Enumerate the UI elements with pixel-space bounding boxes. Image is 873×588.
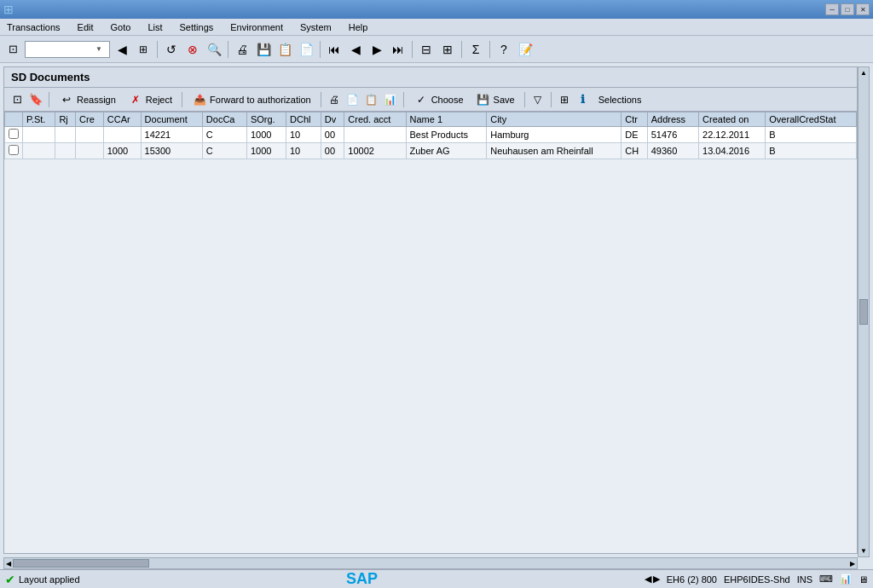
row1-city: Hamburg: [487, 127, 622, 143]
panel-sep3: [321, 92, 321, 107]
forward-button[interactable]: 📤 Forward to authorization: [188, 89, 315, 110]
print3-icon[interactable]: 📄: [345, 92, 361, 107]
col-sorg[interactable]: SOrg.: [246, 112, 286, 127]
menu-system[interactable]: System: [297, 20, 335, 34]
col-document[interactable]: Document: [141, 112, 202, 127]
nav-arrows[interactable]: ◀ ▶: [645, 574, 660, 585]
table-container[interactable]: P.St. Rj Cre CCAr Document DocCa SOrg. D…: [4, 112, 857, 553]
page-prev-icon[interactable]: ◀: [346, 40, 365, 59]
col-ctr[interactable]: Ctr: [622, 112, 647, 127]
minimize-button[interactable]: ─: [825, 3, 839, 15]
help3-icon[interactable]: 📝: [516, 40, 535, 59]
row2-checkbox[interactable]: [5, 143, 23, 159]
page-first-icon[interactable]: ⏮: [325, 40, 344, 59]
scroll-down-arrow[interactable]: ▼: [860, 547, 867, 555]
doc-icon[interactable]: 📄: [297, 40, 315, 59]
row2-cre: [76, 143, 104, 159]
bottom-scrollbar[interactable]: ◀ ▶: [3, 557, 858, 569]
sep5: [461, 41, 462, 58]
maximize-button[interactable]: □: [841, 3, 854, 15]
reassign-button[interactable]: ↩ Reassign: [55, 89, 120, 110]
reassign-icon: ↩: [59, 92, 74, 107]
panel-icon1[interactable]: ⊡: [9, 92, 25, 107]
col-city[interactable]: City: [487, 112, 622, 127]
col-overall-cred-stat[interactable]: OverallCredStat: [766, 112, 857, 127]
col-dv[interactable]: Dv: [321, 112, 344, 127]
layout2-icon[interactable]: ⊞: [438, 40, 457, 59]
back-icon[interactable]: ◀: [113, 40, 131, 59]
save-panel-icon: 💾: [476, 92, 491, 107]
row2-address: 49360: [647, 143, 698, 159]
right-scrollbar[interactable]: ▲ ▼: [858, 66, 870, 557]
save-icon[interactable]: 💾: [254, 40, 273, 59]
choose-label: Choose: [431, 95, 464, 105]
refresh-icon[interactable]: ↺: [162, 40, 181, 59]
nav-left[interactable]: ◀: [645, 574, 651, 585]
print-icon[interactable]: 🖨: [233, 40, 251, 59]
reassign-label: Reassign: [77, 95, 116, 105]
save-panel-button[interactable]: 💾 Save: [471, 89, 519, 110]
command-input-wrapper[interactable]: ▼: [25, 41, 110, 58]
panel-icon2[interactable]: 🔖: [28, 92, 43, 107]
selections-button[interactable]: Selections: [594, 92, 646, 107]
row1-checkbox[interactable]: [5, 127, 23, 143]
menu-environment[interactable]: Environment: [227, 20, 286, 34]
col-dchl[interactable]: DChl: [286, 112, 321, 127]
history-icon[interactable]: ⊡: [3, 40, 22, 59]
reject-label: Reject: [146, 95, 172, 105]
forward-icon: 📤: [192, 92, 207, 107]
menu-edit[interactable]: Edit: [74, 20, 97, 34]
print2-icon[interactable]: 🖨: [327, 92, 342, 107]
scroll-left-arrow[interactable]: ◀: [6, 560, 11, 568]
menu-list[interactable]: List: [144, 20, 165, 34]
filter-icon[interactable]: ▽: [530, 92, 546, 107]
col-ccar[interactable]: CCAr: [103, 112, 141, 127]
sum-icon[interactable]: Σ: [466, 40, 485, 59]
nav-right[interactable]: ▶: [653, 574, 660, 585]
row2-document: 15300: [141, 143, 202, 159]
menu-settings[interactable]: Settings: [176, 20, 217, 34]
menu-goto[interactable]: Goto: [107, 20, 135, 34]
scroll-right-arrow[interactable]: ▶: [850, 560, 855, 568]
page-next-icon[interactable]: ▶: [367, 40, 386, 59]
scroll-up-arrow[interactable]: ▲: [860, 69, 867, 77]
search-icon[interactable]: 🔍: [205, 40, 223, 59]
export-icon[interactable]: 📋: [364, 92, 379, 107]
info-icon[interactable]: ℹ: [575, 92, 591, 107]
sep1: [157, 41, 158, 58]
menu-transactions[interactable]: Transactions: [3, 20, 64, 34]
stop-icon[interactable]: ⊗: [183, 40, 202, 59]
help2-icon[interactable]: ?: [494, 40, 513, 59]
col-created-on[interactable]: Created on: [699, 112, 766, 127]
row1-dchl: 10: [286, 127, 321, 143]
command-input[interactable]: [27, 44, 95, 55]
col-address[interactable]: Address: [647, 112, 698, 127]
choose-button[interactable]: ✓ Choose: [409, 89, 468, 110]
command-dropdown-arrow[interactable]: ▼: [95, 45, 102, 53]
close-button[interactable]: ✕: [856, 3, 870, 15]
forward-icon[interactable]: ⊞: [134, 40, 153, 59]
mode-info: INS: [797, 574, 812, 585]
page-last-icon[interactable]: ⏭: [389, 40, 408, 59]
col-rj[interactable]: Rj: [55, 112, 76, 127]
export2-icon[interactable]: 📊: [383, 92, 398, 107]
horizontal-scroll-thumb[interactable]: [13, 559, 149, 568]
col-name1[interactable]: Name 1: [406, 112, 487, 127]
status-check-icon: ✔: [5, 573, 15, 586]
table-row[interactable]: 14221 C 1000 10 00 Best Products Hamburg…: [5, 127, 857, 143]
layout3-icon[interactable]: ⊞: [557, 92, 572, 107]
panel-sep2: [182, 92, 182, 107]
layout-icon[interactable]: ⊟: [417, 40, 436, 59]
save2-icon[interactable]: 📋: [275, 40, 294, 59]
menu-help[interactable]: Help: [345, 20, 372, 34]
col-pst[interactable]: P.St.: [23, 112, 55, 127]
table-row[interactable]: 1000 15300 C 1000 10 00 10002 Zuber AG N…: [5, 143, 857, 159]
col-cred-acct[interactable]: Cred. acct: [344, 112, 406, 127]
col-cre[interactable]: Cre: [76, 112, 104, 127]
scroll-thumb[interactable]: [859, 299, 868, 325]
terminal-icon: 🖥: [859, 574, 868, 585]
col-docca[interactable]: DocCa: [202, 112, 246, 127]
panel-sep6: [551, 92, 552, 107]
reject-button[interactable]: ✗ Reject: [124, 89, 176, 110]
main-toolbar: ⊡ ▼ ◀ ⊞ ↺ ⊗ 🔍 🖨 💾 📋 📄 ⏮ ◀ ▶ ⏭ ⊟ ⊞ Σ ? 📝: [0, 36, 873, 63]
